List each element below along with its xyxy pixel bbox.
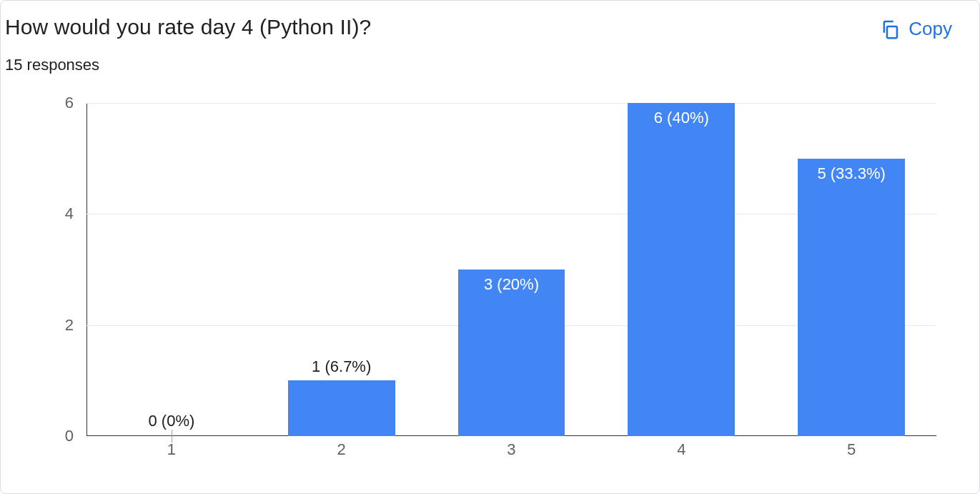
chart-area: 0246 0 (0%)1 (6.7%)3 (20%)6 (40%)5 (33.3… — [1, 74, 979, 493]
x-tick-label: 3 — [427, 436, 597, 458]
bar-slot: 1 (6.7%) — [257, 103, 427, 436]
bar-slot: 0 (0%) — [86, 103, 257, 436]
card-header: How would you rate day 4 (Python II)? Co… — [1, 1, 979, 43]
y-tick-label: 0 — [65, 427, 74, 445]
bar-slot: 6 (40%) — [596, 103, 766, 436]
copy-label: Copy — [909, 18, 952, 40]
bar-data-label: 1 (6.7%) — [312, 357, 371, 376]
svg-rect-0 — [887, 26, 897, 37]
x-tick-label: 4 — [596, 436, 766, 458]
bars-container: 0 (0%)1 (6.7%)3 (20%)6 (40%)5 (33.3%) — [86, 103, 936, 436]
y-tick-label: 2 — [65, 316, 74, 335]
response-count: 15 responses — [1, 43, 979, 74]
bar-slot: 3 (20%) — [427, 103, 597, 436]
bar-slot: 5 (33.3%) — [766, 103, 936, 436]
bar[interactable]: 3 (20%) — [458, 270, 565, 436]
x-tick-label: 5 — [766, 436, 936, 458]
bar-data-label: 3 (20%) — [484, 275, 539, 294]
x-tick-label: 2 — [257, 436, 427, 458]
y-tick-label: 4 — [65, 204, 74, 223]
chart-card: How would you rate day 4 (Python II)? Co… — [0, 0, 980, 494]
x-tick-label: 1 — [86, 436, 257, 458]
x-axis-labels: 12345 — [86, 436, 936, 458]
bar[interactable]: 1 (6.7%) — [288, 380, 395, 436]
bar[interactable]: 6 (40%) — [628, 103, 735, 436]
y-axis: 0246 — [44, 103, 86, 436]
y-tick-label: 6 — [65, 94, 74, 112]
question-title: How would you rate day 4 (Python II)? — [5, 15, 371, 39]
bar-data-label: 0 (0%) — [148, 412, 194, 430]
bar-data-label: 5 (33.3%) — [817, 164, 885, 183]
copy-icon — [880, 19, 900, 39]
copy-button[interactable]: Copy — [874, 15, 958, 43]
plot: 0246 0 (0%)1 (6.7%)3 (20%)6 (40%)5 (33.3… — [44, 103, 936, 458]
bar-data-label: 6 (40%) — [654, 109, 709, 127]
bar[interactable]: 5 (33.3%) — [798, 159, 905, 436]
